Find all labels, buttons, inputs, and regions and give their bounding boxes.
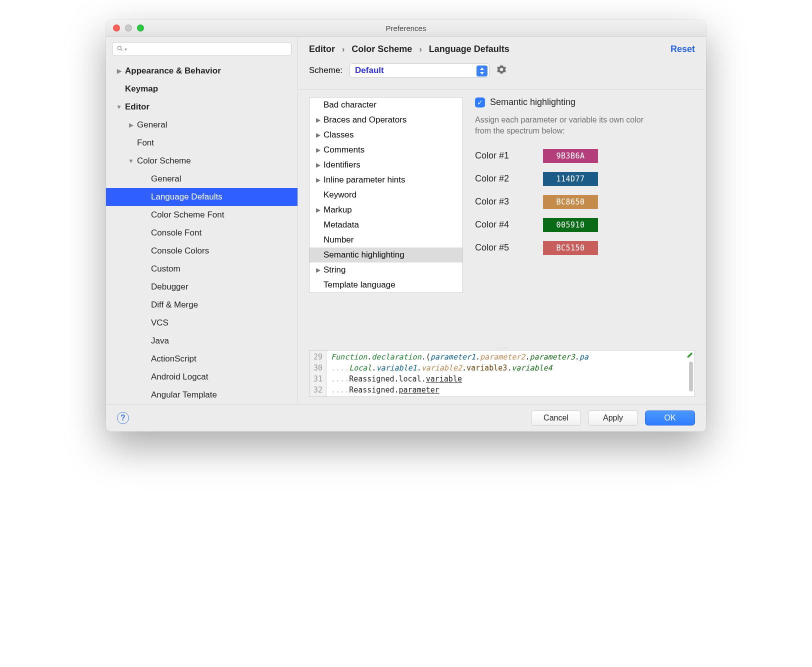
color-swatch[interactable]: 9B3B6A bbox=[543, 149, 598, 163]
sidebar-item[interactable]: Android Logcat bbox=[106, 368, 298, 386]
sidebar-item[interactable]: Java bbox=[106, 332, 298, 350]
category-label: Semantic highlighting bbox=[322, 250, 404, 260]
sidebar-item[interactable]: Angular Template bbox=[106, 386, 298, 404]
category-item[interactable]: Metadata bbox=[310, 218, 462, 232]
updown-icon bbox=[476, 66, 488, 76]
ok-button[interactable]: OK bbox=[645, 410, 695, 426]
category-item[interactable]: ▶Comments bbox=[310, 142, 462, 158]
category-label: Bad character bbox=[322, 100, 376, 110]
semantic-highlighting-label: Semantic highlighting bbox=[490, 97, 576, 108]
sidebar-item-label: Appearance & Behavior bbox=[123, 66, 221, 76]
sidebar-item[interactable]: Console Font bbox=[106, 224, 298, 242]
close-icon[interactable] bbox=[113, 24, 120, 32]
category-list[interactable]: Bad character▶Braces and Operators▶Class… bbox=[309, 97, 463, 293]
chevron-right-icon: › bbox=[342, 45, 344, 54]
chevron-right-icon: ▶ bbox=[314, 132, 322, 138]
resize-handle[interactable]: :::::: bbox=[309, 345, 695, 350]
sidebar-item-label: VCS bbox=[149, 318, 168, 328]
edit-icon[interactable] bbox=[686, 352, 694, 358]
sidebar-item[interactable]: Diff & Merge bbox=[106, 296, 298, 314]
category-label: Identifiers bbox=[322, 160, 360, 170]
category-item[interactable]: Number bbox=[310, 232, 462, 248]
category-label: Template language bbox=[322, 280, 396, 290]
sidebar-item-label: Angular Template bbox=[149, 390, 217, 400]
search-input-field[interactable] bbox=[128, 45, 287, 53]
color-swatch[interactable]: BC8650 bbox=[543, 195, 598, 209]
semantic-description: Assign each parameter or variable its ow… bbox=[475, 114, 645, 137]
sidebar-item[interactable]: Keymap bbox=[106, 80, 298, 98]
scheme-select[interactable]: Default bbox=[350, 64, 490, 78]
category-item[interactable]: ▶Braces and Operators bbox=[310, 112, 462, 128]
scheme-value: Default bbox=[355, 66, 384, 76]
scrollbar[interactable] bbox=[689, 362, 693, 392]
chevron-right-icon: ▶ bbox=[314, 116, 322, 124]
chevron-right-icon: ▶ bbox=[127, 122, 135, 128]
sidebar-item[interactable]: ▶General bbox=[106, 116, 298, 134]
color-swatch[interactable]: 114D77 bbox=[543, 172, 598, 186]
settings-tree[interactable]: ▶Appearance & BehaviorKeymap▼Editor▶Gene… bbox=[106, 59, 298, 404]
chevron-down-icon: ▼ bbox=[127, 158, 135, 164]
search-icon bbox=[116, 45, 124, 54]
sidebar-item-label: General bbox=[149, 174, 181, 184]
chevron-down-icon: ▼ bbox=[115, 104, 123, 110]
code-preview: 29 30 31 32 Function.declaration.(parame… bbox=[309, 350, 695, 397]
sidebar-item[interactable]: ▶Appearance & Behavior bbox=[106, 62, 298, 80]
sidebar-item-label: Keymap bbox=[123, 84, 158, 94]
category-label: Markup bbox=[322, 205, 352, 215]
minimize-icon[interactable] bbox=[125, 24, 132, 32]
category-item[interactable]: ▶Identifiers bbox=[310, 158, 462, 172]
search-input[interactable]: ▾ bbox=[112, 42, 292, 56]
apply-button[interactable]: Apply bbox=[588, 410, 638, 426]
cancel-button[interactable]: Cancel bbox=[531, 410, 581, 426]
category-item[interactable]: Semantic highlighting bbox=[310, 248, 462, 262]
titlebar: Preferences bbox=[106, 20, 706, 37]
sidebar-item[interactable]: VCS bbox=[106, 314, 298, 332]
color-label: Color #2 bbox=[475, 174, 530, 184]
category-item[interactable]: ▶Classes bbox=[310, 128, 462, 142]
category-label: Metadata bbox=[322, 220, 359, 230]
sidebar-item[interactable]: ▼Color Scheme bbox=[106, 152, 298, 170]
main-panel: Editor › Color Scheme › Language Default… bbox=[298, 37, 706, 404]
crumb-editor[interactable]: Editor bbox=[309, 44, 335, 54]
category-item[interactable]: ▶Markup bbox=[310, 202, 462, 218]
category-item[interactable]: ▶String bbox=[310, 262, 462, 278]
sidebar-item[interactable]: Console Colors bbox=[106, 242, 298, 260]
color-swatch[interactable]: BC5150 bbox=[543, 241, 598, 255]
sidebar-item[interactable]: Custom bbox=[106, 260, 298, 278]
crumb-color-scheme[interactable]: Color Scheme bbox=[352, 44, 412, 54]
sidebar-item-label: Color Scheme Font bbox=[149, 210, 224, 220]
sidebar-item-label: Custom bbox=[149, 264, 180, 274]
color-swatch[interactable]: 005910 bbox=[543, 218, 598, 232]
sidebar-item-label: Editor bbox=[123, 102, 150, 112]
sidebar-item[interactable]: General bbox=[106, 170, 298, 188]
chevron-right-icon: ▶ bbox=[314, 176, 322, 184]
gear-icon[interactable] bbox=[496, 64, 506, 77]
sidebar-item-label: Font bbox=[135, 138, 154, 148]
sidebar-item[interactable]: Font bbox=[106, 134, 298, 152]
window-controls bbox=[113, 24, 144, 32]
semantic-highlighting-checkbox[interactable]: ✓ bbox=[475, 98, 485, 108]
crumb-language-defaults[interactable]: Language Defaults bbox=[429, 44, 510, 54]
reset-link[interactable]: Reset bbox=[670, 44, 695, 54]
sidebar-item[interactable]: ActionScript bbox=[106, 350, 298, 368]
sidebar-item[interactable]: ▼Editor bbox=[106, 98, 298, 116]
sidebar-item-label: General bbox=[135, 120, 167, 130]
color-row: Color #4005910 bbox=[475, 218, 695, 232]
gutter: 29 30 31 32 bbox=[310, 350, 327, 396]
sidebar-item[interactable]: Debugger bbox=[106, 278, 298, 296]
category-item[interactable]: Keyword bbox=[310, 188, 462, 202]
category-item[interactable]: Template language bbox=[310, 278, 462, 292]
category-label: Comments bbox=[322, 145, 364, 155]
category-item[interactable]: ▶Inline parameter hints bbox=[310, 172, 462, 188]
category-label: Keyword bbox=[322, 190, 356, 200]
help-button[interactable]: ? bbox=[117, 412, 129, 424]
color-label: Color #5 bbox=[475, 242, 530, 253]
color-label: Color #3 bbox=[475, 196, 530, 207]
window-title: Preferences bbox=[386, 24, 426, 32]
sidebar-item-label: Console Colors bbox=[149, 246, 209, 256]
category-item[interactable]: Bad character bbox=[310, 98, 462, 112]
sidebar-item-label: ActionScript bbox=[149, 354, 196, 364]
sidebar-item[interactable]: Color Scheme Font bbox=[106, 206, 298, 224]
zoom-icon[interactable] bbox=[137, 24, 144, 32]
sidebar-item[interactable]: Language Defaults bbox=[106, 188, 298, 206]
